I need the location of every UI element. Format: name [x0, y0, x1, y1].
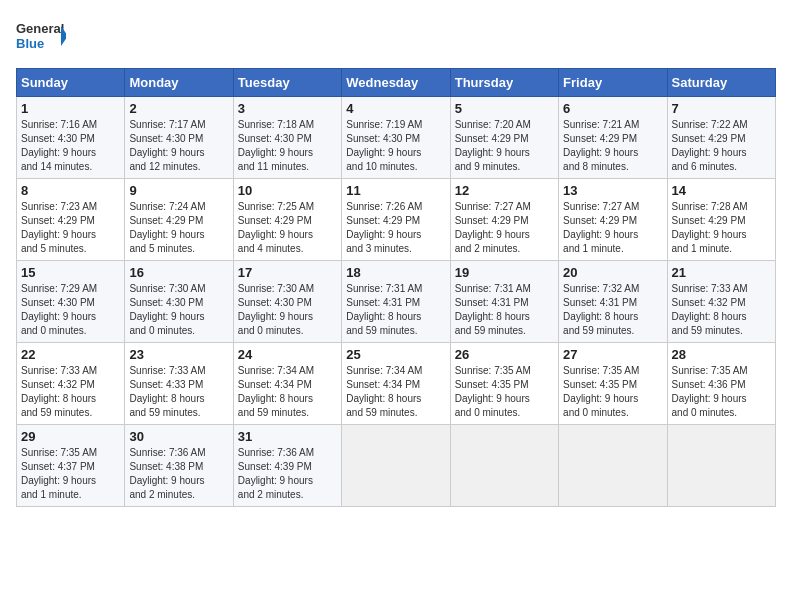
calendar-cell: 5Sunrise: 7:20 AM Sunset: 4:29 PM Daylig…	[450, 97, 558, 179]
calendar-cell: 3Sunrise: 7:18 AM Sunset: 4:30 PM Daylig…	[233, 97, 341, 179]
calendar-cell	[450, 425, 558, 507]
day-info: Sunrise: 7:35 AM Sunset: 4:36 PM Dayligh…	[672, 364, 771, 420]
day-number: 31	[238, 429, 337, 444]
weekday-header-thursday: Thursday	[450, 69, 558, 97]
day-number: 14	[672, 183, 771, 198]
calendar-cell: 22Sunrise: 7:33 AM Sunset: 4:32 PM Dayli…	[17, 343, 125, 425]
day-number: 28	[672, 347, 771, 362]
day-info: Sunrise: 7:20 AM Sunset: 4:29 PM Dayligh…	[455, 118, 554, 174]
calendar-cell: 4Sunrise: 7:19 AM Sunset: 4:30 PM Daylig…	[342, 97, 450, 179]
day-number: 29	[21, 429, 120, 444]
day-info: Sunrise: 7:36 AM Sunset: 4:38 PM Dayligh…	[129, 446, 228, 502]
calendar-cell: 20Sunrise: 7:32 AM Sunset: 4:31 PM Dayli…	[559, 261, 667, 343]
day-number: 30	[129, 429, 228, 444]
day-number: 11	[346, 183, 445, 198]
calendar-cell: 31Sunrise: 7:36 AM Sunset: 4:39 PM Dayli…	[233, 425, 341, 507]
calendar-header: SundayMondayTuesdayWednesdayThursdayFrid…	[17, 69, 776, 97]
day-number: 6	[563, 101, 662, 116]
day-info: Sunrise: 7:19 AM Sunset: 4:30 PM Dayligh…	[346, 118, 445, 174]
calendar-cell: 17Sunrise: 7:30 AM Sunset: 4:30 PM Dayli…	[233, 261, 341, 343]
day-info: Sunrise: 7:27 AM Sunset: 4:29 PM Dayligh…	[455, 200, 554, 256]
calendar-cell: 10Sunrise: 7:25 AM Sunset: 4:29 PM Dayli…	[233, 179, 341, 261]
calendar-cell: 19Sunrise: 7:31 AM Sunset: 4:31 PM Dayli…	[450, 261, 558, 343]
calendar-cell: 30Sunrise: 7:36 AM Sunset: 4:38 PM Dayli…	[125, 425, 233, 507]
week-row-2: 8Sunrise: 7:23 AM Sunset: 4:29 PM Daylig…	[17, 179, 776, 261]
day-number: 7	[672, 101, 771, 116]
calendar-cell: 13Sunrise: 7:27 AM Sunset: 4:29 PM Dayli…	[559, 179, 667, 261]
day-number: 17	[238, 265, 337, 280]
calendar-cell: 29Sunrise: 7:35 AM Sunset: 4:37 PM Dayli…	[17, 425, 125, 507]
weekday-header-saturday: Saturday	[667, 69, 775, 97]
week-row-4: 22Sunrise: 7:33 AM Sunset: 4:32 PM Dayli…	[17, 343, 776, 425]
day-info: Sunrise: 7:31 AM Sunset: 4:31 PM Dayligh…	[346, 282, 445, 338]
weekday-header-friday: Friday	[559, 69, 667, 97]
day-info: Sunrise: 7:33 AM Sunset: 4:33 PM Dayligh…	[129, 364, 228, 420]
calendar-cell: 8Sunrise: 7:23 AM Sunset: 4:29 PM Daylig…	[17, 179, 125, 261]
day-number: 21	[672, 265, 771, 280]
day-info: Sunrise: 7:23 AM Sunset: 4:29 PM Dayligh…	[21, 200, 120, 256]
day-number: 9	[129, 183, 228, 198]
calendar-cell: 2Sunrise: 7:17 AM Sunset: 4:30 PM Daylig…	[125, 97, 233, 179]
logo-svg: General Blue	[16, 16, 66, 56]
day-info: Sunrise: 7:32 AM Sunset: 4:31 PM Dayligh…	[563, 282, 662, 338]
calendar-cell: 18Sunrise: 7:31 AM Sunset: 4:31 PM Dayli…	[342, 261, 450, 343]
day-info: Sunrise: 7:33 AM Sunset: 4:32 PM Dayligh…	[21, 364, 120, 420]
calendar-cell: 26Sunrise: 7:35 AM Sunset: 4:35 PM Dayli…	[450, 343, 558, 425]
calendar-cell: 7Sunrise: 7:22 AM Sunset: 4:29 PM Daylig…	[667, 97, 775, 179]
day-number: 1	[21, 101, 120, 116]
day-info: Sunrise: 7:18 AM Sunset: 4:30 PM Dayligh…	[238, 118, 337, 174]
calendar-cell: 6Sunrise: 7:21 AM Sunset: 4:29 PM Daylig…	[559, 97, 667, 179]
weekday-header-row: SundayMondayTuesdayWednesdayThursdayFrid…	[17, 69, 776, 97]
day-number: 18	[346, 265, 445, 280]
calendar-cell: 12Sunrise: 7:27 AM Sunset: 4:29 PM Dayli…	[450, 179, 558, 261]
day-info: Sunrise: 7:30 AM Sunset: 4:30 PM Dayligh…	[238, 282, 337, 338]
calendar-table: SundayMondayTuesdayWednesdayThursdayFrid…	[16, 68, 776, 507]
logo: General Blue	[16, 16, 66, 56]
day-number: 19	[455, 265, 554, 280]
day-info: Sunrise: 7:35 AM Sunset: 4:37 PM Dayligh…	[21, 446, 120, 502]
calendar-cell: 25Sunrise: 7:34 AM Sunset: 4:34 PM Dayli…	[342, 343, 450, 425]
calendar-cell: 21Sunrise: 7:33 AM Sunset: 4:32 PM Dayli…	[667, 261, 775, 343]
calendar-cell: 23Sunrise: 7:33 AM Sunset: 4:33 PM Dayli…	[125, 343, 233, 425]
day-info: Sunrise: 7:27 AM Sunset: 4:29 PM Dayligh…	[563, 200, 662, 256]
weekday-header-monday: Monday	[125, 69, 233, 97]
day-number: 27	[563, 347, 662, 362]
day-number: 16	[129, 265, 228, 280]
calendar-cell: 15Sunrise: 7:29 AM Sunset: 4:30 PM Dayli…	[17, 261, 125, 343]
day-number: 3	[238, 101, 337, 116]
day-info: Sunrise: 7:29 AM Sunset: 4:30 PM Dayligh…	[21, 282, 120, 338]
day-number: 23	[129, 347, 228, 362]
day-info: Sunrise: 7:24 AM Sunset: 4:29 PM Dayligh…	[129, 200, 228, 256]
day-info: Sunrise: 7:34 AM Sunset: 4:34 PM Dayligh…	[346, 364, 445, 420]
calendar-cell: 1Sunrise: 7:16 AM Sunset: 4:30 PM Daylig…	[17, 97, 125, 179]
day-number: 12	[455, 183, 554, 198]
day-number: 4	[346, 101, 445, 116]
day-number: 22	[21, 347, 120, 362]
day-info: Sunrise: 7:28 AM Sunset: 4:29 PM Dayligh…	[672, 200, 771, 256]
day-number: 5	[455, 101, 554, 116]
day-info: Sunrise: 7:16 AM Sunset: 4:30 PM Dayligh…	[21, 118, 120, 174]
calendar-cell: 27Sunrise: 7:35 AM Sunset: 4:35 PM Dayli…	[559, 343, 667, 425]
calendar-cell: 14Sunrise: 7:28 AM Sunset: 4:29 PM Dayli…	[667, 179, 775, 261]
calendar-cell	[342, 425, 450, 507]
day-number: 2	[129, 101, 228, 116]
calendar-cell	[559, 425, 667, 507]
day-number: 24	[238, 347, 337, 362]
weekday-header-wednesday: Wednesday	[342, 69, 450, 97]
day-info: Sunrise: 7:21 AM Sunset: 4:29 PM Dayligh…	[563, 118, 662, 174]
day-info: Sunrise: 7:35 AM Sunset: 4:35 PM Dayligh…	[455, 364, 554, 420]
header: General Blue	[16, 16, 776, 56]
day-info: Sunrise: 7:31 AM Sunset: 4:31 PM Dayligh…	[455, 282, 554, 338]
day-number: 13	[563, 183, 662, 198]
day-number: 8	[21, 183, 120, 198]
calendar-cell: 11Sunrise: 7:26 AM Sunset: 4:29 PM Dayli…	[342, 179, 450, 261]
calendar-cell: 9Sunrise: 7:24 AM Sunset: 4:29 PM Daylig…	[125, 179, 233, 261]
day-info: Sunrise: 7:22 AM Sunset: 4:29 PM Dayligh…	[672, 118, 771, 174]
day-info: Sunrise: 7:17 AM Sunset: 4:30 PM Dayligh…	[129, 118, 228, 174]
week-row-1: 1Sunrise: 7:16 AM Sunset: 4:30 PM Daylig…	[17, 97, 776, 179]
day-info: Sunrise: 7:36 AM Sunset: 4:39 PM Dayligh…	[238, 446, 337, 502]
svg-text:General: General	[16, 21, 64, 36]
calendar-cell: 24Sunrise: 7:34 AM Sunset: 4:34 PM Dayli…	[233, 343, 341, 425]
week-row-3: 15Sunrise: 7:29 AM Sunset: 4:30 PM Dayli…	[17, 261, 776, 343]
day-info: Sunrise: 7:33 AM Sunset: 4:32 PM Dayligh…	[672, 282, 771, 338]
